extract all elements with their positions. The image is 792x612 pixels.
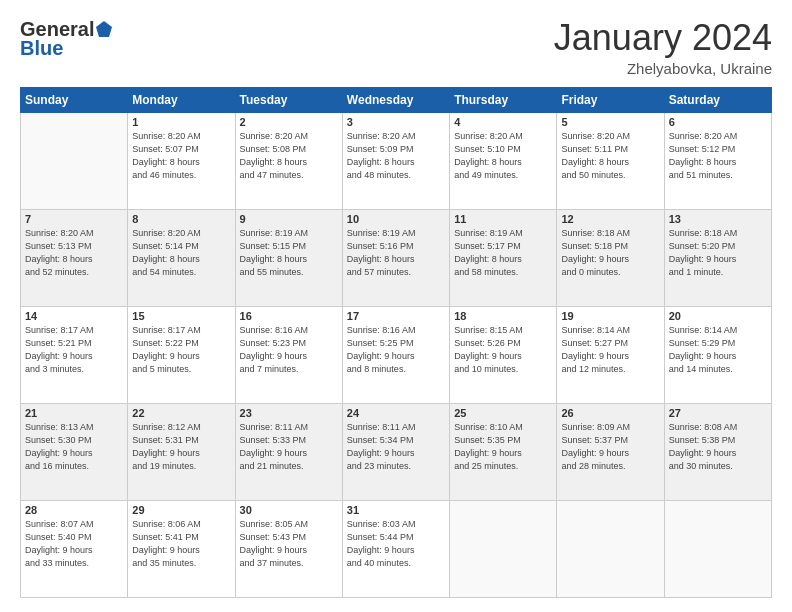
calendar-cell: 8Sunrise: 8:20 AMSunset: 5:14 PMDaylight… — [128, 209, 235, 306]
calendar-cell: 21Sunrise: 8:13 AMSunset: 5:30 PMDayligh… — [21, 403, 128, 500]
day-number: 5 — [561, 116, 659, 128]
calendar-cell: 15Sunrise: 8:17 AMSunset: 5:22 PMDayligh… — [128, 306, 235, 403]
calendar-cell: 11Sunrise: 8:19 AMSunset: 5:17 PMDayligh… — [450, 209, 557, 306]
day-info: Sunrise: 8:20 AMSunset: 5:13 PMDaylight:… — [25, 227, 123, 279]
day-info: Sunrise: 8:20 AMSunset: 5:07 PMDaylight:… — [132, 130, 230, 182]
calendar-cell: 22Sunrise: 8:12 AMSunset: 5:31 PMDayligh… — [128, 403, 235, 500]
header: General Blue January 2024 Zhelyabovka, U… — [20, 18, 772, 77]
weekday-header-thursday: Thursday — [450, 87, 557, 112]
calendar-cell: 16Sunrise: 8:16 AMSunset: 5:23 PMDayligh… — [235, 306, 342, 403]
calendar-cell: 17Sunrise: 8:16 AMSunset: 5:25 PMDayligh… — [342, 306, 449, 403]
day-info: Sunrise: 8:11 AMSunset: 5:33 PMDaylight:… — [240, 421, 338, 473]
day-number: 10 — [347, 213, 445, 225]
day-info: Sunrise: 8:20 AMSunset: 5:14 PMDaylight:… — [132, 227, 230, 279]
day-number: 27 — [669, 407, 767, 419]
day-number: 31 — [347, 504, 445, 516]
calendar-cell: 30Sunrise: 8:05 AMSunset: 5:43 PMDayligh… — [235, 500, 342, 597]
day-info: Sunrise: 8:20 AMSunset: 5:11 PMDaylight:… — [561, 130, 659, 182]
calendar-cell: 23Sunrise: 8:11 AMSunset: 5:33 PMDayligh… — [235, 403, 342, 500]
day-info: Sunrise: 8:05 AMSunset: 5:43 PMDaylight:… — [240, 518, 338, 570]
day-number: 4 — [454, 116, 552, 128]
location-title: Zhelyabovka, Ukraine — [554, 60, 772, 77]
calendar-cell: 19Sunrise: 8:14 AMSunset: 5:27 PMDayligh… — [557, 306, 664, 403]
day-info: Sunrise: 8:18 AMSunset: 5:20 PMDaylight:… — [669, 227, 767, 279]
weekday-header-saturday: Saturday — [664, 87, 771, 112]
calendar-week-row: 1Sunrise: 8:20 AMSunset: 5:07 PMDaylight… — [21, 112, 772, 209]
day-number: 7 — [25, 213, 123, 225]
day-number: 22 — [132, 407, 230, 419]
month-title: January 2024 — [554, 18, 772, 58]
weekday-header-monday: Monday — [128, 87, 235, 112]
svg-marker-0 — [96, 21, 112, 37]
day-number: 19 — [561, 310, 659, 322]
calendar-cell: 10Sunrise: 8:19 AMSunset: 5:16 PMDayligh… — [342, 209, 449, 306]
day-info: Sunrise: 8:12 AMSunset: 5:31 PMDaylight:… — [132, 421, 230, 473]
calendar-cell: 2Sunrise: 8:20 AMSunset: 5:08 PMDaylight… — [235, 112, 342, 209]
logo-blue-text: Blue — [20, 37, 63, 60]
calendar-cell: 7Sunrise: 8:20 AMSunset: 5:13 PMDaylight… — [21, 209, 128, 306]
calendar-week-row: 14Sunrise: 8:17 AMSunset: 5:21 PMDayligh… — [21, 306, 772, 403]
calendar-cell: 18Sunrise: 8:15 AMSunset: 5:26 PMDayligh… — [450, 306, 557, 403]
day-number: 25 — [454, 407, 552, 419]
day-number: 23 — [240, 407, 338, 419]
calendar-cell: 24Sunrise: 8:11 AMSunset: 5:34 PMDayligh… — [342, 403, 449, 500]
day-info: Sunrise: 8:10 AMSunset: 5:35 PMDaylight:… — [454, 421, 552, 473]
weekday-header-wednesday: Wednesday — [342, 87, 449, 112]
calendar-cell: 13Sunrise: 8:18 AMSunset: 5:20 PMDayligh… — [664, 209, 771, 306]
day-info: Sunrise: 8:19 AMSunset: 5:17 PMDaylight:… — [454, 227, 552, 279]
day-number: 20 — [669, 310, 767, 322]
calendar-cell: 20Sunrise: 8:14 AMSunset: 5:29 PMDayligh… — [664, 306, 771, 403]
calendar-week-row: 7Sunrise: 8:20 AMSunset: 5:13 PMDaylight… — [21, 209, 772, 306]
day-info: Sunrise: 8:08 AMSunset: 5:38 PMDaylight:… — [669, 421, 767, 473]
day-number: 13 — [669, 213, 767, 225]
day-number: 21 — [25, 407, 123, 419]
day-number: 24 — [347, 407, 445, 419]
calendar-cell: 25Sunrise: 8:10 AMSunset: 5:35 PMDayligh… — [450, 403, 557, 500]
day-number: 8 — [132, 213, 230, 225]
day-number: 3 — [347, 116, 445, 128]
day-info: Sunrise: 8:11 AMSunset: 5:34 PMDaylight:… — [347, 421, 445, 473]
day-number: 2 — [240, 116, 338, 128]
day-info: Sunrise: 8:03 AMSunset: 5:44 PMDaylight:… — [347, 518, 445, 570]
calendar-cell: 3Sunrise: 8:20 AMSunset: 5:09 PMDaylight… — [342, 112, 449, 209]
day-info: Sunrise: 8:18 AMSunset: 5:18 PMDaylight:… — [561, 227, 659, 279]
day-number: 30 — [240, 504, 338, 516]
weekday-header-sunday: Sunday — [21, 87, 128, 112]
logo: General Blue — [20, 18, 112, 60]
day-number: 9 — [240, 213, 338, 225]
calendar-table: SundayMondayTuesdayWednesdayThursdayFrid… — [20, 87, 772, 598]
calendar-cell: 26Sunrise: 8:09 AMSunset: 5:37 PMDayligh… — [557, 403, 664, 500]
day-info: Sunrise: 8:19 AMSunset: 5:15 PMDaylight:… — [240, 227, 338, 279]
day-number: 6 — [669, 116, 767, 128]
weekday-header-friday: Friday — [557, 87, 664, 112]
day-number: 16 — [240, 310, 338, 322]
day-info: Sunrise: 8:20 AMSunset: 5:09 PMDaylight:… — [347, 130, 445, 182]
weekday-header-row: SundayMondayTuesdayWednesdayThursdayFrid… — [21, 87, 772, 112]
day-number: 26 — [561, 407, 659, 419]
calendar-week-row: 21Sunrise: 8:13 AMSunset: 5:30 PMDayligh… — [21, 403, 772, 500]
calendar-cell — [450, 500, 557, 597]
day-number: 15 — [132, 310, 230, 322]
day-info: Sunrise: 8:06 AMSunset: 5:41 PMDaylight:… — [132, 518, 230, 570]
day-info: Sunrise: 8:16 AMSunset: 5:25 PMDaylight:… — [347, 324, 445, 376]
day-number: 28 — [25, 504, 123, 516]
day-number: 14 — [25, 310, 123, 322]
day-info: Sunrise: 8:07 AMSunset: 5:40 PMDaylight:… — [25, 518, 123, 570]
weekday-header-tuesday: Tuesday — [235, 87, 342, 112]
day-info: Sunrise: 8:15 AMSunset: 5:26 PMDaylight:… — [454, 324, 552, 376]
day-info: Sunrise: 8:16 AMSunset: 5:23 PMDaylight:… — [240, 324, 338, 376]
calendar-cell: 27Sunrise: 8:08 AMSunset: 5:38 PMDayligh… — [664, 403, 771, 500]
logo-icon — [96, 21, 112, 41]
calendar-cell: 5Sunrise: 8:20 AMSunset: 5:11 PMDaylight… — [557, 112, 664, 209]
calendar-cell: 9Sunrise: 8:19 AMSunset: 5:15 PMDaylight… — [235, 209, 342, 306]
day-info: Sunrise: 8:17 AMSunset: 5:22 PMDaylight:… — [132, 324, 230, 376]
calendar-cell: 28Sunrise: 8:07 AMSunset: 5:40 PMDayligh… — [21, 500, 128, 597]
day-info: Sunrise: 8:14 AMSunset: 5:27 PMDaylight:… — [561, 324, 659, 376]
day-number: 12 — [561, 213, 659, 225]
calendar-cell — [664, 500, 771, 597]
day-info: Sunrise: 8:20 AMSunset: 5:12 PMDaylight:… — [669, 130, 767, 182]
day-info: Sunrise: 8:20 AMSunset: 5:10 PMDaylight:… — [454, 130, 552, 182]
title-block: January 2024 Zhelyabovka, Ukraine — [554, 18, 772, 77]
calendar-cell: 29Sunrise: 8:06 AMSunset: 5:41 PMDayligh… — [128, 500, 235, 597]
calendar-cell: 6Sunrise: 8:20 AMSunset: 5:12 PMDaylight… — [664, 112, 771, 209]
